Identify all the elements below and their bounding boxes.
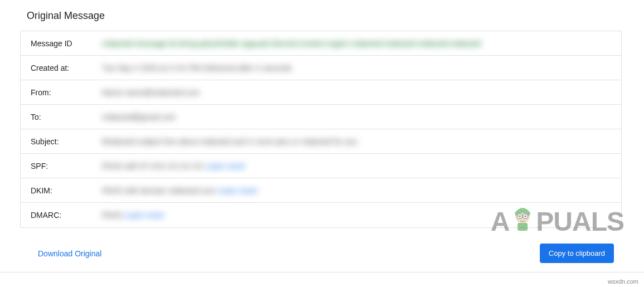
label-dmarc: DMARC: [21,211,92,220]
row-spf: SPF: PASS with IP XXX.XX.XX.XX Learn mor… [21,154,621,178]
link-spf-learn-more[interactable]: Learn more [205,162,245,171]
value-to: redacted@gmail.com [92,113,176,121]
row-created-at: Created at: Tue Sep X 2020 at X:XX PM De… [21,56,621,80]
value-dkim-text: PASS with domain redacted.com [102,186,216,195]
label-from: From: [21,88,92,97]
message-headers-table: Message ID redacted-message-id-string-pl… [20,31,622,228]
page-title: Original Message [0,6,644,31]
value-spf: PASS with IP XXX.XX.XX.XX Learn more [92,162,245,171]
label-to: To: [21,113,92,121]
row-subject: Subject: Redacted subject line about red… [21,129,621,154]
watermark-site: wsxdn.com [608,278,638,285]
link-dmarc-learn-more[interactable]: Learn more [124,211,164,220]
value-spf-text: PASS with IP XXX.XX.XX.XX [102,162,203,171]
value-created-at: Tue Sep X 2020 at X:XX PM Delivered afte… [92,64,292,72]
value-dmarc-text: PASS [102,211,122,220]
label-subject: Subject: [21,137,92,146]
value-from: Name name@redacted.com [92,88,199,97]
copy-to-clipboard-button[interactable]: Copy to clipboard [540,244,614,263]
value-dkim: PASS with domain redacted.com Learn more [92,186,257,195]
row-to: To: redacted@gmail.com [21,105,621,129]
label-message-id: Message ID [21,39,92,48]
row-from: From: Name name@redacted.com [21,80,621,105]
row-dmarc: DMARC: PASS Learn more [21,203,621,227]
actions-bar: Download Original Copy to clipboard [0,228,644,273]
label-dkim: DKIM: [21,186,92,195]
value-subject: Redacted subject line about redacted and… [92,137,357,146]
value-dmarc: PASS Learn more [92,211,164,220]
link-dkim-learn-more[interactable]: Learn more [218,186,258,195]
row-message-id: Message ID redacted-message-id-string-pl… [21,31,621,56]
download-original-link[interactable]: Download Original [38,249,101,258]
label-created-at: Created at: [21,64,92,72]
label-spf: SPF: [21,162,92,171]
value-message-id: redacted-message-id-string-placeholder-a… [92,39,481,48]
row-dkim: DKIM: PASS with domain redacted.com Lear… [21,178,621,203]
